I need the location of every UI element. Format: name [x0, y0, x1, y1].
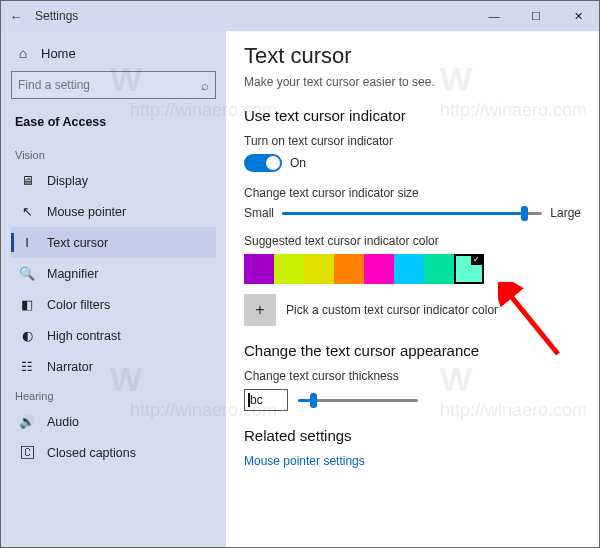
maximize-button[interactable]: ☐: [515, 1, 557, 31]
color-swatch-4[interactable]: [364, 254, 394, 284]
home-label: Home: [41, 46, 76, 61]
search-input[interactable]: ⌕: [11, 71, 216, 99]
sidebar-item-label: Magnifier: [47, 267, 98, 281]
sidebar-item-label: Text cursor: [47, 236, 108, 250]
page-title: Text cursor: [244, 43, 581, 69]
color-swatch-5[interactable]: [394, 254, 424, 284]
close-button[interactable]: ✕: [557, 1, 599, 31]
closed-captions-icon: 🄲: [19, 445, 35, 460]
color-swatch-2[interactable]: [304, 254, 334, 284]
related-link-mouse-pointer[interactable]: Mouse pointer settings: [244, 454, 581, 468]
color-filters-icon: ◧: [19, 297, 35, 312]
custom-color-label: Pick a custom text cursor indicator colo…: [286, 303, 498, 317]
size-label: Change text cursor indicator size: [244, 186, 581, 200]
indicator-toggle[interactable]: [244, 154, 282, 172]
thickness-slider[interactable]: [298, 399, 418, 402]
sidebar-group-vision: Vision: [11, 141, 216, 165]
sidebar-item-closed-captions[interactable]: 🄲 Closed captions: [11, 437, 216, 468]
sidebar-item-label: Color filters: [47, 298, 110, 312]
audio-icon: 🔊: [19, 414, 35, 429]
size-slider-row: Small Large: [244, 206, 581, 220]
size-slider-thumb[interactable]: [521, 206, 528, 221]
color-swatches: [244, 254, 581, 284]
display-icon: 🖥: [19, 173, 35, 188]
sidebar-item-magnifier[interactable]: 🔍 Magnifier: [11, 258, 216, 289]
section-indicator-heading: Use text cursor indicator: [244, 107, 581, 124]
thickness-slider-thumb[interactable]: [310, 393, 317, 408]
custom-color-row[interactable]: + Pick a custom text cursor indicator co…: [244, 294, 581, 326]
window-controls: — ☐ ✕: [473, 1, 599, 31]
content-pane: Text cursor Make your text cursor easier…: [226, 31, 599, 547]
page-subtitle: Make your text cursor easier to see.: [244, 75, 581, 89]
plus-icon[interactable]: +: [244, 294, 276, 326]
indicator-toggle-row: On: [244, 154, 581, 172]
sidebar-section-title: Ease of Access: [11, 113, 216, 141]
size-small-label: Small: [244, 206, 274, 220]
sidebar-item-label: Narrator: [47, 360, 93, 374]
thickness-preview: bc: [244, 389, 288, 411]
sidebar-group-hearing: Hearing: [11, 382, 216, 406]
color-swatch-0[interactable]: [244, 254, 274, 284]
section-appearance-heading: Change the text cursor appearance: [244, 342, 581, 359]
sidebar-item-display[interactable]: 🖥 Display: [11, 165, 216, 196]
toggle-state: On: [290, 156, 306, 170]
color-label: Suggested text cursor indicator color: [244, 234, 581, 248]
high-contrast-icon: ◐: [19, 328, 35, 343]
sidebar-item-high-contrast[interactable]: ◐ High contrast: [11, 320, 216, 351]
settings-window: ← Settings — ☐ ✕ ⌂ Home ⌕ Ease of Access…: [0, 0, 600, 548]
home-icon: ⌂: [15, 45, 31, 61]
size-slider-fill: [282, 212, 521, 215]
sidebar-item-text-cursor[interactable]: I Text cursor: [11, 227, 216, 258]
text-cursor-icon: I: [19, 235, 35, 250]
magnifier-icon: 🔍: [19, 266, 35, 281]
sidebar-item-mouse-pointer[interactable]: ↖ Mouse pointer: [11, 196, 216, 227]
minimize-button[interactable]: —: [473, 1, 515, 31]
sidebar-item-home[interactable]: ⌂ Home: [11, 39, 216, 71]
narrator-icon: ☷: [19, 359, 35, 374]
section-related-heading: Related settings: [244, 427, 581, 444]
toggle-knob: [266, 156, 280, 170]
color-swatch-7[interactable]: [454, 254, 484, 284]
search-icon: ⌕: [201, 78, 209, 93]
search-field[interactable]: [18, 78, 201, 92]
color-swatch-1[interactable]: [274, 254, 304, 284]
size-large-label: Large: [550, 206, 581, 220]
toggle-label: Turn on text cursor indicator: [244, 134, 581, 148]
color-swatch-3[interactable]: [334, 254, 364, 284]
size-slider[interactable]: [282, 212, 542, 215]
titlebar: ← Settings — ☐ ✕: [1, 1, 599, 31]
sidebar-item-narrator[interactable]: ☷ Narrator: [11, 351, 216, 382]
sidebar-item-label: Audio: [47, 415, 79, 429]
sidebar-item-color-filters[interactable]: ◧ Color filters: [11, 289, 216, 320]
preview-text: bc: [250, 393, 263, 407]
thickness-label: Change text cursor thickness: [244, 369, 581, 383]
color-swatch-6[interactable]: [424, 254, 454, 284]
sidebar-item-label: Display: [47, 174, 88, 188]
mouse-pointer-icon: ↖: [19, 204, 35, 219]
sidebar-item-label: Mouse pointer: [47, 205, 126, 219]
sidebar-item-audio[interactable]: 🔊 Audio: [11, 406, 216, 437]
thickness-slider-fill: [298, 399, 310, 402]
window-title: Settings: [31, 9, 473, 23]
sidebar: ⌂ Home ⌕ Ease of Access Vision 🖥 Display…: [1, 31, 226, 547]
window-body: ⌂ Home ⌕ Ease of Access Vision 🖥 Display…: [1, 31, 599, 547]
sidebar-item-label: High contrast: [47, 329, 121, 343]
thickness-row: bc: [244, 389, 581, 411]
back-arrow-icon[interactable]: ←: [1, 1, 31, 31]
sidebar-item-label: Closed captions: [47, 446, 136, 460]
